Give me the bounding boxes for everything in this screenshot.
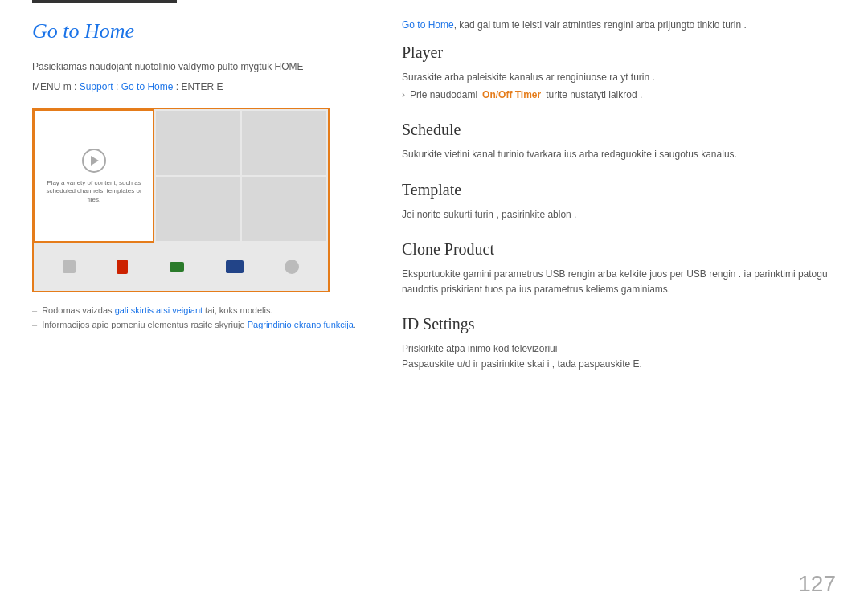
intro-suffix: : ENTER E [173, 81, 223, 92]
top-border-light [185, 2, 836, 2]
screen-panel-4 [242, 177, 326, 241]
intro-text-1: Pasiekiamas naudojant nuotolinio valdymo… [32, 59, 370, 75]
note-item-1: Rodomas vaizdas gali skirtis atsi veigia… [32, 305, 370, 315]
intro-text-2: MENU m : Support : Go to Home : ENTER E [32, 80, 370, 95]
icon-shape-1 [63, 260, 76, 273]
screen-panel-2 [242, 111, 326, 175]
template-text: Jei norite sukurti turin , pasirinkite a… [402, 209, 576, 220]
page-number: 127 [798, 571, 836, 597]
top-border-dark [32, 0, 177, 3]
player-bullet-highlight: On/Off Timer [482, 88, 541, 103]
section-template-text: Jei norite sukurti turin , pasirinkite a… [402, 207, 836, 223]
icon-shape-red [117, 260, 128, 274]
section-id-title: ID Settings [402, 315, 836, 335]
play-circle-icon [82, 149, 106, 173]
section-player-title: Player [402, 43, 836, 63]
section-schedule-text: Sukurkite vietini kanal turinio tvarkara… [402, 147, 836, 162]
bottom-icon-2 [117, 260, 128, 274]
screen-panel-1 [156, 111, 240, 175]
note-1-text: Rodomas vaizdas gali skirtis atsi veigia… [42, 305, 272, 315]
note-1-highlight: gali skirtis atsi veigiant [115, 305, 203, 315]
intro-sep: : [113, 81, 121, 92]
bottom-icon-4 [226, 260, 244, 273]
screen-bottom [34, 243, 328, 291]
right-header-suffix: , kad gal tum te leisti vair atminties r… [454, 19, 747, 31]
right-header-text: Go to Home, kad gal tum te leisti vair a… [402, 19, 836, 31]
section-player: Player Suraskite arba paleiskite kanalus… [402, 43, 836, 103]
bottom-icon-1 [63, 260, 76, 273]
section-player-text: Suraskite arba paleiskite kanalus ar ren… [402, 70, 836, 103]
clone-text: Eksportuokite gamini parametrus USB reng… [402, 268, 828, 295]
player-bullet-prefix: Prie naudodami [410, 88, 477, 103]
note-list: Rodomas vaizdas gali skirtis atsi veigia… [32, 305, 370, 329]
screen-image: Play a variety of content, such as sched… [32, 108, 330, 292]
section-id-text: Priskirkite atpa inimo kod televizoriui … [402, 341, 836, 372]
note-item-2: Informacijos apie pomeniu elementus rasi… [32, 320, 370, 329]
screen-panel-3 [156, 177, 240, 241]
content-wrapper: Go to Home Pasiekiamas naudojant nuotoli… [0, 3, 868, 423]
intro-home: Go to Home [121, 81, 174, 92]
section-clone-title: Clone Product [402, 240, 836, 260]
bottom-icon-5 [285, 260, 299, 274]
right-header-link: Go to Home [402, 19, 454, 31]
section-template: Template Jei norite sukurti turin , pasi… [402, 181, 836, 223]
section-clone-product: Clone Product Eksportuokite gamini param… [402, 240, 836, 297]
bottom-icon-3 [170, 262, 184, 272]
icon-shape-green [170, 262, 184, 272]
section-template-title: Template [402, 181, 836, 201]
section-schedule-title: Schedule [402, 121, 836, 141]
player-bullet-suffix: turite nustatyti laikrod . [546, 88, 642, 103]
note-2-highlight: Pagrindinio ekrano funkcija [248, 320, 354, 329]
right-column: Go to Home, kad gal tum te leisti vair a… [402, 19, 836, 390]
id-text-2: Paspauskite u/d ir pasirinkite skai i , … [402, 357, 836, 372]
icon-shape-blue [226, 260, 244, 273]
icon-shape-5 [285, 260, 299, 274]
note-2-text: Informacijos apie pomeniu elementus rasi… [42, 320, 356, 329]
section-clone-text: Eksportuokite gamini parametrus USB reng… [402, 267, 836, 297]
player-text: Suraskite arba paleiskite kanalus ar ren… [402, 72, 655, 83]
play-triangle-icon [91, 156, 99, 166]
screen-caption: Play a variety of content, such as sched… [43, 179, 145, 204]
left-column: Go to Home Pasiekiamas naudojant nuotoli… [32, 19, 370, 390]
intro-prefix: MENU m : [32, 81, 80, 92]
screen-inner: Play a variety of content, such as sched… [34, 109, 328, 291]
schedule-text: Sukurkite vietini kanal turinio tvarkara… [402, 149, 737, 160]
section-id-settings: ID Settings Priskirkite atpa inimo kod t… [402, 315, 836, 372]
id-text-1: Priskirkite atpa inimo kod televizoriui [402, 341, 836, 357]
intro-support: Support [80, 81, 113, 92]
screen-left-panel: Play a variety of content, such as sched… [34, 109, 154, 243]
player-bullet: Prie naudodami On/Off Timer turite nusta… [402, 88, 836, 103]
page-title: Go to Home [32, 19, 370, 43]
screen-right-panels [154, 109, 328, 243]
section-schedule: Schedule Sukurkite vietini kanal turinio… [402, 121, 836, 162]
screen-top: Play a variety of content, such as sched… [34, 109, 328, 243]
